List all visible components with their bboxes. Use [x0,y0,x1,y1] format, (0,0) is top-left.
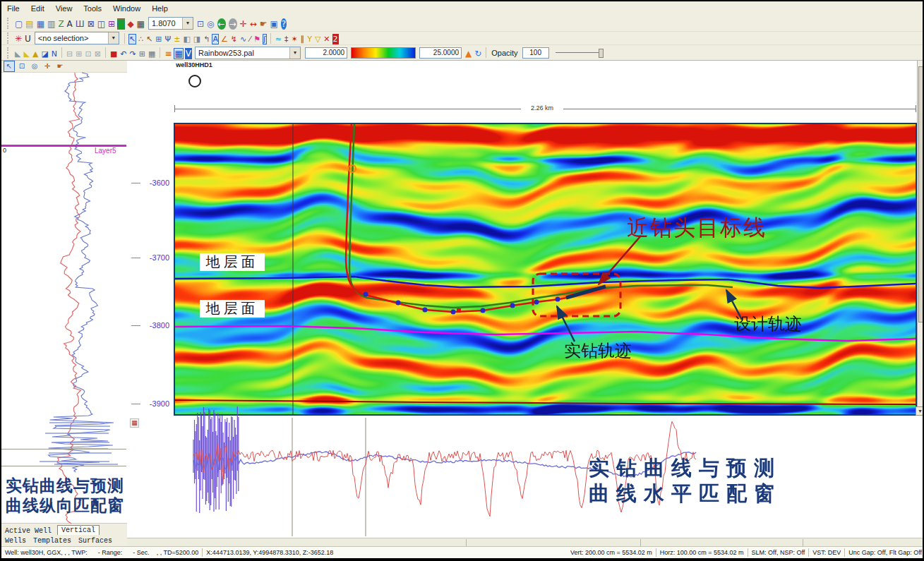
selection-combo[interactable]: <no selection> ▾ [35,32,119,44]
actual-trajectory-line[interactable] [346,123,570,312]
paste-icon[interactable]: ⊡ [84,49,92,59]
horizon-magenta[interactable] [174,326,917,341]
triangle-gray-icon[interactable]: ◣ [14,49,21,59]
curve-tool-icon[interactable]: ∿ [239,34,247,44]
y-pick-icon[interactable]: Y [306,34,313,44]
range-max-field[interactable]: 25.0000 [419,47,462,59]
select-arrow-icon[interactable]: ↖ [128,34,136,44]
menu-item[interactable]: Edit [25,3,50,14]
main-toolbar: ▢▤▦▥ZAШ⊠◫⊞▆◆▦ 1.8070 ▾ ⊡◎←→✛↔☛▣? [1,15,923,32]
redo-icon[interactable]: ↷ [129,49,137,59]
select-points-icon[interactable]: ∴ [138,34,144,44]
triangle-yellow-icon[interactable]: ◣ [23,49,30,59]
paste-special-icon[interactable]: ⊠ [94,49,102,59]
help-icon[interactable]: ? [281,18,287,30]
record-stop-icon[interactable]: ■ [109,49,118,59]
new-document-icon[interactable]: ▢ [14,18,23,30]
opacity-field[interactable]: 100 [522,47,549,59]
fit-curve-icon[interactable]: ʃ [263,34,267,44]
fit-all-icon[interactable]: ✛ [239,18,248,30]
horizon-darkred[interactable] [174,400,917,404]
grab-surface-icon[interactable]: ◧ [182,34,191,44]
menu-item[interactable]: View [50,3,78,14]
line-dip-icon[interactable]: ⁄ [248,34,251,44]
pointer-snap-icon[interactable]: ↰ [203,34,210,44]
screen-capture-icon[interactable]: ▣ [270,18,279,30]
triangle-label-icon[interactable]: ▲ [32,49,39,59]
horizon-pick-icon[interactable]: ± [173,34,181,44]
nav-forward-icon[interactable]: → [229,18,237,30]
fit-width-icon[interactable]: ↔ [249,18,258,30]
flag-pick-icon[interactable]: ⚑ [253,34,261,44]
snap-toggle-icon[interactable]: ✳ [14,33,23,44]
select-polygon-icon[interactable]: ↖ [145,34,153,44]
pick-window-icon[interactable]: ◨ [193,34,201,44]
chevron-down-icon[interactable]: ▾ [182,18,193,29]
color-map-icon[interactable]: ▆ [117,18,125,30]
select-arrow-icon[interactable]: ↖ [4,61,15,72]
grid-table-icon[interactable]: ▦ [136,18,145,30]
status-slm: SLM: Off, NSP: Off [752,549,805,556]
palette-combo[interactable]: Rainbow253.pal ▾ [195,47,301,59]
polyline-tool-icon[interactable]: ↯ [230,34,238,44]
zoom-level-combo[interactable]: 1.8070 ▾ [148,17,193,30]
well-tool-icon[interactable]: Ψ [164,34,172,44]
opacity-slider-handle[interactable] [599,49,604,58]
range-min-field[interactable]: 2.0000 [305,47,347,59]
pan-hand-icon[interactable]: ☛ [259,18,268,30]
zoom-in-icon[interactable]: ◎ [206,18,215,30]
sync-refresh-icon[interactable]: ↻ [474,48,482,59]
horizon-cross-icon[interactable]: ✶ [290,34,298,44]
triangle-pick-icon[interactable]: ▽ [314,34,321,44]
menu-item[interactable]: File [1,3,25,14]
status-gaps: Unc Gap: Off, Flt Gap: Off [848,549,922,556]
zoom-window-icon[interactable]: ⊡ [196,18,205,30]
open-folder-icon[interactable]: ▤ [25,18,34,30]
panel-settings-icon[interactable]: ▦ [130,418,139,428]
wave-smooth-icon[interactable]: ≈ [275,34,282,44]
zoom-in-icon[interactable]: ◎ [29,61,40,72]
undo-icon[interactable]: ↶ [119,49,127,59]
save-icon[interactable]: ▦ [36,18,45,30]
well-correlation-icon[interactable]: Ш [75,18,85,30]
zoom-window-icon[interactable]: ⊡ [16,61,28,72]
pick-count-badge[interactable]: 2 [332,34,339,44]
chevron-down-icon[interactable]: ▾ [289,47,300,59]
snapshot-icon[interactable]: ⊞ [138,49,146,59]
cross-section-icon[interactable]: ⊠ [87,18,95,30]
node-edit-icon[interactable]: N [51,49,58,59]
hachure-icon[interactable]: ∥ [300,34,306,44]
table-view-icon[interactable]: ▦ [174,48,183,59]
print-icon[interactable]: ▥ [47,18,56,30]
opacity-slider[interactable] [556,52,602,53]
fence-diagram-icon[interactable]: ◫ [97,18,106,30]
menu-item[interactable]: Tools [78,3,107,14]
save-view-icon[interactable]: ▦ [148,49,156,59]
interpolation-icon[interactable]: ▲ [464,48,472,59]
fit-all-icon[interactable]: ✛ [42,61,53,72]
selection-value: <no selection> [35,34,92,42]
copy-icon[interactable]: ⊟ [66,49,73,59]
pan-hand-icon[interactable]: ☛ [54,61,66,72]
angle-tool-icon[interactable]: ∠ [220,34,229,44]
menu-item[interactable]: Help [146,3,174,14]
horizon-snap-icon[interactable]: ‡ [284,34,289,44]
map-grid-icon[interactable]: ⊞ [107,18,116,30]
zoom-select-icon[interactable]: ⊞ [155,34,162,44]
nav-back-icon[interactable]: ← [217,18,226,30]
copy-add-icon[interactable]: ⊞ [75,49,83,59]
scrollbar-down-button[interactable]: ▾ [916,406,924,416]
list-view-icon[interactable]: ≡ [164,48,172,59]
template-v-icon[interactable]: V [185,48,192,59]
square-n-icon[interactable]: ◪ [40,49,49,59]
refresh-icon[interactable]: Z [57,18,64,30]
label-tool-icon[interactable]: A [212,34,219,44]
status-vst: VST: DEV [812,549,841,556]
well-post-icon[interactable]: ◆ [126,18,134,30]
horizon-blue[interactable] [174,277,917,288]
menu-item[interactable]: Window [107,3,146,14]
chevron-down-icon[interactable]: ▾ [108,32,119,44]
text-annotation-icon[interactable]: A [66,18,73,30]
undo-marker-icon[interactable]: U [24,33,32,44]
delete-pick-icon[interactable]: ✕ [323,34,330,44]
